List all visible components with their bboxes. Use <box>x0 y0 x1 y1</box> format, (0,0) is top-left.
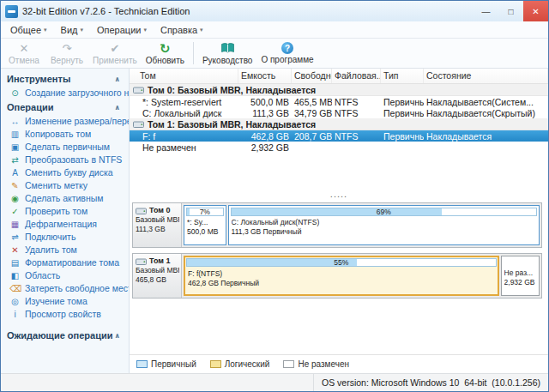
redo-button[interactable]: ↷Вернуть <box>45 39 88 68</box>
sidebar-item-label: Преобразовать в NTFS <box>25 154 122 166</box>
volume-free: 465,5 MB <box>292 97 332 107</box>
usage-bar: 7% <box>186 208 224 216</box>
column-header-2[interactable]: Свободно <box>292 69 332 83</box>
sidebar-item-label: Затереть свободное место <box>25 283 129 294</box>
group-label: Том 0: Базовый MBR, Накладывается <box>148 85 316 95</box>
splitter-handle[interactable]: ..... <box>130 190 548 202</box>
refresh-button[interactable]: ↻Обновить <box>142 39 189 68</box>
minimize-button[interactable]: — <box>474 1 498 21</box>
sidebar-item-change-label[interactable]: ✎Сменить метку <box>1 179 129 192</box>
volume-name: *: System-reserviert <box>130 97 238 107</box>
usage-percent: 7% <box>187 208 223 216</box>
volume-type: Первичный <box>381 97 424 107</box>
volume-state: Накладывается(Скрытый) <box>424 108 548 118</box>
sidebar-item-make-active[interactable]: ◉Сделать активным <box>1 192 129 205</box>
sidebar-item-make-primary[interactable]: ▣Сделать первичным <box>1 141 129 154</box>
manual-button[interactable]: Руководство <box>198 39 256 68</box>
disk-info[interactable]: Том 1Базовый MBR465,8 GB <box>133 254 182 298</box>
partition-block[interactable]: 7%*: Sy...500,0 MB <box>184 205 226 245</box>
table-row[interactable]: C: Локальный диск111,3 GB34,79 GBNTFSПер… <box>130 107 548 118</box>
partition-block[interactable]: 69%C: Локальный диск(NTFS)111,3 GB Перви… <box>228 205 540 245</box>
section-tools[interactable]: Инструменты∧ <box>1 71 129 87</box>
column-header-4[interactable]: Тип <box>381 69 424 83</box>
about-button[interactable]: ?О программе <box>256 39 317 68</box>
sidebar-item-label: Просмотр свойств <box>25 309 101 320</box>
disk-size: 465,8 GB <box>136 275 179 285</box>
section-pending[interactable]: Ожидающие операции∧ <box>1 328 129 343</box>
mount-icon: ⇌ <box>9 232 21 243</box>
sidebar-item-convert-ntfs[interactable]: ⇄Преобразовать в NTFS <box>1 154 129 166</box>
volume-state: Накладывается <box>424 131 548 142</box>
menu-help[interactable]: Справка▾ <box>154 21 210 38</box>
disk-title: Том 0 <box>136 206 179 215</box>
volume-table: ТомЕмкостьСвободноФайловая...ТипСостояни… <box>130 69 548 190</box>
disk-layout: Базовый MBR <box>136 266 179 275</box>
table-row[interactable]: F: f462,8 GB208,7 GBNTFSПервичныйНаклады… <box>130 130 548 142</box>
column-header-3[interactable]: Файловая... <box>332 69 381 83</box>
sidebar-item-check-volume[interactable]: ✓Проверить том <box>1 205 129 218</box>
sidebar-item-delete-volume[interactable]: ✕Удалить том <box>1 244 129 256</box>
sidebar-item-change-letter[interactable]: AСменить букву диска <box>1 166 129 179</box>
sidebar-item-view-properties[interactable]: iПросмотр свойств <box>1 308 129 321</box>
table-row[interactable]: Не размечен2,932 GB <box>130 142 548 153</box>
volume-capacity: 111,3 GB <box>238 108 292 118</box>
sidebar-item-label: Дефрагментация <box>25 219 97 230</box>
wipe-free-space-icon: ⌫ <box>9 283 21 294</box>
copy-volume-icon: ▥ <box>9 129 21 140</box>
volume-group-header[interactable]: Том 0: Базовый MBR, Накладывается <box>130 84 548 96</box>
menu-view[interactable]: Вид▾ <box>54 21 90 38</box>
sidebar-item-wipe-free-space[interactable]: ⌫Затереть свободное место <box>1 282 129 295</box>
legend-label: Первичный <box>151 359 196 369</box>
sidebar-item-area[interactable]: ◧Область <box>1 269 129 282</box>
sidebar-item-label: Копировать том <box>25 129 91 140</box>
section-operations[interactable]: Операции∧ <box>1 100 129 115</box>
sidebar-item-label: Сделать активным <box>25 193 104 204</box>
maximize-button[interactable]: □ <box>498 1 523 21</box>
menu-general[interactable]: Общее▾ <box>3 21 54 38</box>
refresh-icon: ↻ <box>160 42 171 55</box>
convert-ntfs-icon: ⇄ <box>9 154 21 166</box>
chevron-down-icon: ▾ <box>200 27 203 33</box>
sidebar-item-bootable-media[interactable]: ⊙Создание загрузочного но... <box>1 87 129 100</box>
section-title: Инструменты <box>7 74 70 84</box>
volume-name: F: f <box>130 131 238 142</box>
sidebar-item-label: Проверить том <box>25 206 87 217</box>
partition-block[interactable]: Не раз...2,932 GB <box>501 256 540 296</box>
legend-item-primary: Первичный <box>136 359 196 369</box>
apply-icon: ✔ <box>110 42 119 55</box>
undo-button[interactable]: ✕Отмена <box>3 39 45 68</box>
make-active-icon: ◉ <box>9 193 21 204</box>
app-window: 32-bit Edition v7.2.6 - Technician Editi… <box>0 0 549 392</box>
os-version: OS version: Microsoft Windows 10 64-bit … <box>313 374 548 391</box>
disk-name: Том 1 <box>149 256 170 266</box>
sidebar: Инструменты∧⊙Создание загрузочного но...… <box>1 69 130 373</box>
toolbar-separator <box>193 42 194 64</box>
apply-button[interactable]: ✔Применить <box>88 39 142 68</box>
sidebar-item-mount[interactable]: ⇌Подключить <box>1 231 129 244</box>
table-row[interactable]: *: System-reserviert500,0 MB465,5 MBNTFS… <box>130 96 548 107</box>
column-header-5[interactable]: Состояние <box>424 69 548 83</box>
usage-percent: 55% <box>187 259 496 267</box>
chevron-down-icon: ▾ <box>80 27 83 33</box>
sidebar-item-format-volume[interactable]: ▤Форматирование тома <box>1 256 129 269</box>
partition-label: Не раз... <box>504 268 536 278</box>
sidebar-item-resize[interactable]: ↔Изменение размера/пере... <box>1 115 129 128</box>
volume-free: 34,79 GB <box>292 108 332 118</box>
chevron-up-icon: ∧ <box>115 332 121 340</box>
sidebar-item-defragment[interactable]: ▦Дефрагментация <box>1 218 129 231</box>
menu-operations[interactable]: Операции▾ <box>90 21 154 38</box>
close-button[interactable]: ✕ <box>523 1 548 21</box>
toolbar-button-label: Отмена <box>9 56 39 65</box>
column-header-1[interactable]: Емкость <box>238 69 292 83</box>
sidebar-item-label: Область <box>25 270 60 281</box>
sidebar-item-copy-volume[interactable]: ▥Копировать том <box>1 128 129 141</box>
volume-group-header[interactable]: Том 1: Базовый MBR, Накладывается <box>130 118 548 130</box>
disk-name: Том 0 <box>149 206 170 215</box>
disk-icon <box>136 257 147 266</box>
volume-filesystem: NTFS <box>332 108 381 118</box>
column-header-0[interactable]: Том <box>130 69 238 83</box>
partition-block[interactable]: 55%F: f(NTFS)462,8 GB Первичный <box>184 256 499 296</box>
disk-info[interactable]: Том 0Базовый MBR111,3 GB <box>133 203 182 247</box>
sidebar-item-explore-volume[interactable]: ◎Изучение тома <box>1 295 129 308</box>
sidebar-item-label: Подключить <box>25 232 75 243</box>
